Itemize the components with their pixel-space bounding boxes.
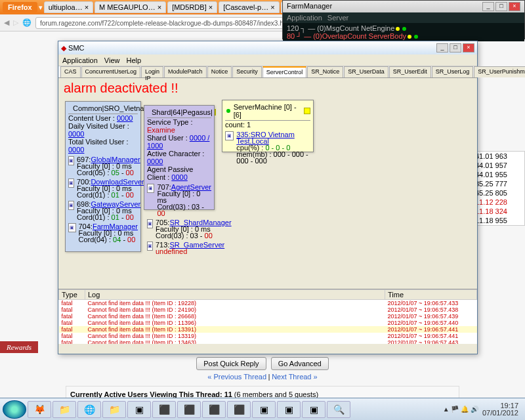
- taskbar-item[interactable]: ▣: [277, 401, 301, 418]
- tab[interactable]: ultiuploa…×: [44, 1, 93, 13]
- tab[interactable]: M MEGAUPLO…×: [94, 1, 166, 13]
- taskbar-item[interactable]: 🌐: [77, 401, 101, 418]
- status-icon: [226, 109, 230, 113]
- server-icon: ▣: [68, 178, 74, 188]
- taskbar-item[interactable]: 🔍: [327, 401, 350, 418]
- menu[interactable]: View: [104, 56, 120, 64]
- shard-card[interactable]: Shard|64|Pegasus| Service Type : Examine…: [144, 105, 215, 210]
- tab[interactable]: SR_UserData: [344, 66, 388, 77]
- tab[interactable]: Application: [287, 14, 322, 22]
- server-icon: ▣: [68, 156, 74, 165]
- log-row[interactable]: fatalCannot find item data !!! (Item ID …: [59, 306, 477, 313]
- server-icon: ▣: [68, 201, 74, 210]
- window-title: SMC: [68, 44, 84, 52]
- minimize-icon[interactable]: _: [436, 43, 448, 52]
- log-row[interactable]: fatalCannot find item data !!! (Item ID …: [59, 300, 477, 307]
- tab[interactable]: ModulePatch: [164, 66, 207, 77]
- server-item[interactable]: ▣705:SR_ShardManagerFaculty [0] : 0 msCo…: [147, 219, 211, 239]
- next-thread-link[interactable]: Next Thread »: [272, 373, 318, 381]
- rewards-badge[interactable]: Rewards: [0, 341, 38, 353]
- tab[interactable]: SR_UserPunishment: [474, 66, 525, 77]
- log-panel: TypeLogTime fatalCannot find item data !…: [58, 289, 477, 344]
- log-row[interactable]: fatalCannot find item data !!! (Item ID …: [59, 339, 477, 344]
- tab[interactable]: CAS: [60, 66, 81, 77]
- maximize-icon[interactable]: □: [495, 2, 507, 11]
- taskbar-item[interactable]: ⬛: [202, 401, 226, 418]
- log-row[interactable]: fatalCannot find item data !!! (Item ID …: [59, 313, 477, 320]
- server-icon: ▣: [147, 184, 154, 193]
- menu[interactable]: Help: [126, 56, 141, 64]
- close-icon[interactable]: ×: [509, 2, 520, 11]
- tab-selected[interactable]: ServerControl: [262, 66, 307, 77]
- window-title: FarmManager: [287, 2, 332, 11]
- taskbar-item[interactable]: ▣: [302, 401, 326, 418]
- minimize-icon[interactable]: _: [482, 2, 494, 11]
- back-icon[interactable]: ◀: [4, 18, 9, 27]
- taskbar: 🦊 📁 🌐 📁 ▣ ⬛ ⬛ ⬛ ⬛ ▣ ▣ ▣ 🔍 ▲ 🏴 🔔 🔊 19:170…: [0, 398, 525, 420]
- menu[interactable]: Application: [62, 56, 98, 64]
- smc-window: ◆ SMC _□× ApplicationViewHelp CASConcurr…: [58, 41, 478, 354]
- prev-thread-link[interactable]: « Previous Thread: [207, 373, 266, 381]
- server-item[interactable]: ▣698:GatewayServerFaculty [0] : 0 msCord…: [68, 201, 138, 220]
- tab[interactable]: ConcurrentUserLog: [81, 66, 141, 77]
- metric-line: 80 ┘ — (0)OverlapCount ServerBody: [287, 32, 520, 40]
- server-icon: ▣: [147, 242, 153, 251]
- close-icon[interactable]: ×: [85, 3, 89, 11]
- tab[interactable]: Login IP: [141, 66, 163, 77]
- tab[interactable]: Server: [327, 14, 348, 22]
- taskbar-item[interactable]: ⬛: [177, 401, 201, 418]
- servermachine-card[interactable]: ServerMachine [0] - [6] count: 1 ▣ 335:S…: [222, 100, 314, 152]
- log-row[interactable]: fatalCannot find item data !!! (Item ID …: [59, 320, 477, 326]
- server-item[interactable]: ▣713:SR_GameServer undefined: [147, 242, 211, 255]
- pin-icon[interactable]: [304, 108, 310, 114]
- tab-row: CASConcurrentUserLogLogin IPModulePatchN…: [58, 66, 477, 78]
- alarm-text: alarm deactivated !!: [58, 78, 477, 98]
- tab[interactable]: SR_Notice: [307, 66, 343, 77]
- numbers-panel: 41.01 96344.01 95744.01 95535.25 77745.2…: [472, 151, 525, 226]
- dropdown-icon[interactable]: ▾: [39, 3, 43, 12]
- log-row[interactable]: fatalCannot find item data !!! (Item ID …: [59, 326, 477, 333]
- tab[interactable]: [Cascavel-p…×: [219, 1, 280, 13]
- close-icon[interactable]: ×: [463, 43, 474, 52]
- taskbar-item[interactable]: ▣: [127, 401, 151, 418]
- log-row[interactable]: fatalCannot find item data !!! (Item ID …: [59, 333, 477, 339]
- taskbar-item[interactable]: 📁: [52, 401, 76, 418]
- server-icon: ▣: [68, 223, 76, 232]
- maximize-icon[interactable]: □: [450, 43, 461, 52]
- taskbar-item[interactable]: ▣: [252, 401, 276, 418]
- server-item[interactable]: ▣707:AgentServerFaculty [0] : 0 msCord(0…: [147, 184, 211, 217]
- server-icon: ▣: [225, 131, 234, 140]
- tab[interactable]: SR_UserLog: [432, 66, 474, 77]
- start-button[interactable]: [3, 400, 26, 419]
- metric-line: 120 ┐ — (0)MsgCount NetEngine: [287, 24, 520, 32]
- firefox-button[interactable]: Firefox: [3, 2, 37, 12]
- tab[interactable]: [MD5RDB]×: [167, 1, 217, 13]
- taskbar-item[interactable]: ⬛: [227, 401, 251, 418]
- app-icon: ◆: [61, 44, 66, 52]
- pin-icon[interactable]: [215, 109, 216, 116]
- forward-icon: ▷: [13, 18, 18, 27]
- thread-nav: « Previous Thread | Next Thread »: [0, 373, 525, 381]
- reply-buttons: Post Quick Reply Go Advanced: [0, 357, 525, 370]
- taskbar-item[interactable]: 🦊: [28, 401, 51, 418]
- server-item[interactable]: ▣700:DownloadServerFaculty [0] : 0 msCor…: [68, 178, 138, 198]
- taskbar-item[interactable]: ⬛: [152, 401, 176, 418]
- tab[interactable]: SR_UserEdit: [389, 66, 431, 77]
- system-tray[interactable]: ▲ 🏴 🔔 🔊 19:1707/01/2012: [443, 402, 522, 417]
- tab[interactable]: Notice: [207, 66, 232, 77]
- server-item[interactable]: ▣704:FarmManagerFaculty [0] : 0 msCord(0…: [68, 223, 138, 243]
- go-advanced-button[interactable]: Go Advanced: [271, 357, 329, 370]
- server-item[interactable]: ▣697:GlobalManagerFaculty [0] : 0 msCord…: [68, 156, 138, 176]
- tab[interactable]: Security: [232, 66, 262, 77]
- common-card[interactable]: Common|SRO_Vietnam_Test|Local Content Us…: [65, 101, 141, 252]
- taskbar-item[interactable]: 📁: [102, 401, 126, 418]
- globe-icon: 🌐: [22, 18, 32, 27]
- server-icon: ▣: [147, 219, 153, 228]
- farmmanager-window: FarmManager _□× ApplicationServer 120 ┐ …: [282, 0, 525, 39]
- post-quick-reply-button[interactable]: Post Quick Reply: [196, 357, 266, 370]
